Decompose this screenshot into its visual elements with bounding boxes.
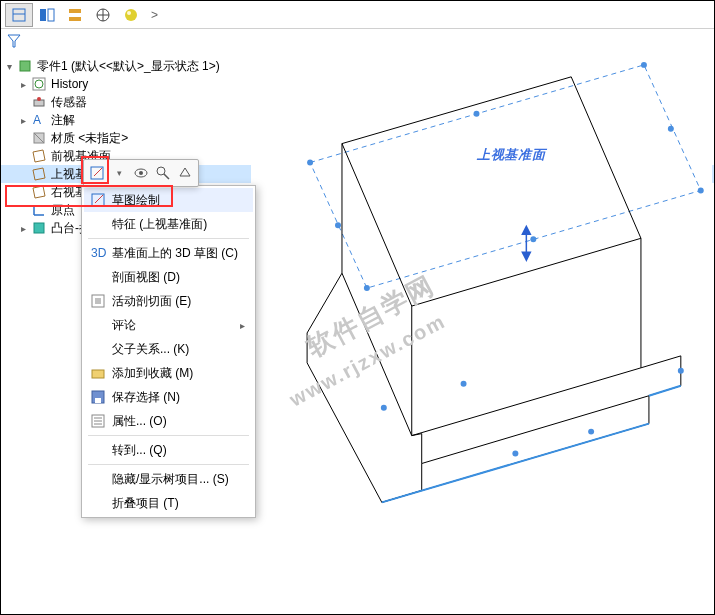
filter-icon[interactable] — [7, 34, 21, 51]
ctx-3d-sketch[interactable]: 3D 基准面上的 3D 草图 (C) — [84, 241, 253, 265]
svg-rect-37 — [95, 298, 101, 304]
origin-icon — [31, 202, 47, 218]
part-icon — [17, 58, 33, 74]
history-icon — [31, 76, 47, 92]
svg-point-63 — [335, 222, 341, 228]
extrude-icon — [31, 220, 47, 236]
plane-icon — [31, 184, 47, 200]
ctx-section-view[interactable]: 剖面视图 (D) — [84, 265, 253, 289]
svg-rect-3 — [48, 9, 54, 21]
svg-marker-21 — [33, 168, 45, 180]
svg-point-68 — [678, 368, 684, 374]
ctx-properties[interactable]: 属性... (O) — [84, 409, 253, 433]
ctx-comment[interactable]: 评论 ▸ — [84, 313, 253, 337]
ctx-save-selection[interactable]: 保存选择 (N) — [84, 385, 253, 409]
svg-marker-45 — [310, 65, 701, 288]
livesec-icon — [88, 293, 108, 309]
expand-icon[interactable]: ▸ — [17, 223, 29, 234]
svg-rect-25 — [34, 223, 44, 233]
config-manager-tabs: > — [1, 1, 714, 29]
plane-label: 上视基准面 — [476, 147, 549, 162]
expand-icon[interactable]: ▸ — [17, 115, 29, 126]
save-icon — [88, 389, 108, 405]
plane-icon — [31, 166, 47, 182]
tab-config-manager[interactable] — [61, 3, 89, 27]
svg-line-73 — [649, 386, 681, 396]
svg-line-31 — [164, 174, 169, 179]
svg-point-30 — [157, 167, 165, 175]
svg-point-56 — [307, 160, 313, 166]
svg-text:3D: 3D — [91, 246, 106, 260]
svg-rect-40 — [95, 398, 101, 403]
props-icon — [88, 413, 108, 429]
ctool-show[interactable] — [130, 162, 152, 184]
svg-point-10 — [127, 11, 131, 15]
ctx-add-fav[interactable]: 添加到收藏 (M) — [84, 361, 253, 385]
svg-marker-11 — [8, 35, 20, 47]
sketch3d-icon: 3D — [88, 245, 108, 261]
annot-icon: A — [31, 112, 47, 128]
tab-property-manager[interactable] — [33, 3, 61, 27]
svg-marker-20 — [33, 150, 45, 162]
svg-point-16 — [37, 97, 41, 101]
tab-display-manager[interactable] — [117, 3, 145, 27]
svg-rect-4 — [69, 9, 81, 13]
svg-line-27 — [94, 168, 102, 176]
material-icon — [31, 130, 47, 146]
expand-icon[interactable]: ▸ — [17, 79, 29, 90]
svg-line-51 — [342, 273, 412, 435]
svg-point-59 — [364, 285, 370, 291]
chevron-right-icon: ▸ — [240, 320, 245, 331]
svg-point-64 — [461, 381, 467, 387]
svg-point-62 — [530, 236, 536, 242]
svg-point-9 — [125, 9, 137, 21]
ctx-feature[interactable]: 特征 (上视基准面) — [84, 212, 253, 236]
svg-line-34 — [95, 195, 103, 203]
svg-marker-71 — [522, 252, 530, 260]
ctool-chevron[interactable]: ▾ — [108, 162, 130, 184]
svg-text:A: A — [33, 113, 41, 127]
ctool-zoom[interactable] — [152, 162, 174, 184]
tab-feature-manager[interactable] — [5, 3, 33, 27]
ctool-sketch[interactable] — [86, 162, 108, 184]
svg-point-58 — [698, 187, 704, 193]
ctx-parent-child[interactable]: 父子关系... (K) — [84, 337, 253, 361]
context-menu: 草图绘制 特征 (上视基准面) 3D 基准面上的 3D 草图 (C) 剖面视图 … — [81, 185, 256, 518]
ctx-goto[interactable]: 转到... (Q) — [84, 438, 253, 462]
ctx-sketch[interactable]: 草图绘制 — [84, 188, 253, 212]
svg-rect-0 — [13, 9, 25, 21]
svg-rect-38 — [92, 370, 104, 378]
svg-rect-12 — [20, 61, 30, 71]
sketch-icon — [88, 192, 108, 208]
svg-point-66 — [512, 451, 518, 457]
ctx-hide-show-tree[interactable]: 隐藏/显示树项目... (S) — [84, 467, 253, 491]
tabs-more[interactable]: > — [145, 8, 164, 22]
plane-icon — [31, 148, 47, 164]
expand-icon[interactable]: ▾ — [3, 61, 15, 72]
ctx-live-section[interactable]: 活动剖切面 (E) — [84, 289, 253, 313]
svg-point-57 — [641, 62, 647, 68]
svg-rect-5 — [69, 17, 81, 21]
root-label: 零件1 (默认<<默认>_显示状态 1>) — [35, 58, 220, 75]
ctool-normal[interactable] — [174, 162, 196, 184]
folder-icon — [88, 365, 108, 381]
svg-marker-70 — [522, 226, 530, 234]
svg-marker-46 — [342, 77, 641, 306]
tab-dimxpert[interactable] — [89, 3, 117, 27]
svg-point-60 — [474, 111, 480, 117]
sensors-icon — [31, 94, 47, 110]
context-toolbar: ▾ — [83, 159, 199, 187]
svg-point-61 — [668, 126, 674, 132]
svg-line-49 — [412, 368, 641, 436]
graphics-viewport[interactable]: 上视基准面 软件自学网 www.rjzxw.com — [251, 29, 712, 612]
ctx-collapse[interactable]: 折叠项目 (T) — [84, 491, 253, 515]
svg-point-29 — [139, 171, 143, 175]
svg-point-67 — [588, 429, 594, 435]
svg-marker-22 — [33, 186, 45, 198]
svg-marker-32 — [180, 168, 190, 176]
svg-point-65 — [381, 405, 387, 411]
svg-rect-2 — [40, 9, 46, 21]
